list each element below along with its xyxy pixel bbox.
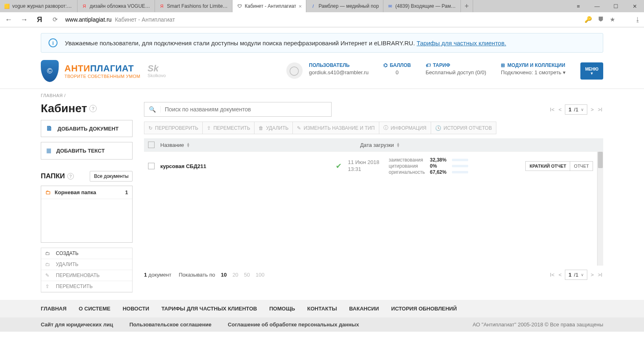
key-icon[interactable]: 🔑 xyxy=(584,16,592,23)
footer-privacy-link[interactable]: Соглашение об обработке персональных дан… xyxy=(228,321,359,328)
chevron-down-icon: ∨ xyxy=(581,107,584,112)
stat-modules[interactable]: ⊞МОДУЛИ И КОЛЛЕКЦИИ Подключено: 1 смотре… xyxy=(501,62,566,75)
page-last-icon[interactable]: >I xyxy=(597,106,603,113)
toolbar-history[interactable]: 🕓ИСТОРИЯ ОТЧЕТОВ xyxy=(431,122,496,134)
folder-move: ⇪ПЕРЕМЕСТИТЬ xyxy=(41,281,132,292)
report-button[interactable]: ОТЧЕТ xyxy=(570,161,593,171)
page-last-icon[interactable]: >I xyxy=(597,272,603,278)
folder-icon: 🗀 xyxy=(45,189,51,195)
toolbar-info[interactable]: ⓘИНФОРМАЦИЯ xyxy=(379,122,431,134)
page-first-icon[interactable]: I< xyxy=(549,106,555,113)
reload-icon[interactable]: ⟳ xyxy=(50,16,60,23)
toolbar-rename[interactable]: ✎ИЗМЕНИТЬ НАЗВАНИЕ И ТИП xyxy=(293,122,379,134)
table-row: курсовая СБД211 ✔ 11 Июн 2018 13:31 заим… xyxy=(144,152,597,180)
sort-icon[interactable]: ▲▼ xyxy=(186,142,190,147)
per-page-option[interactable]: 100 xyxy=(256,272,265,278)
address-bar[interactable]: www.antiplagiat.ru Кабинет - Антиплагиат xyxy=(65,16,580,23)
col-name[interactable]: Название xyxy=(160,142,184,148)
url-title: Кабинет - Антиплагиат xyxy=(115,16,175,23)
url-host: www.antiplagiat.ru xyxy=(65,16,112,23)
all-documents-button[interactable]: Все документы xyxy=(90,171,133,182)
notice-link[interactable]: Тарифы для частных клиентов. xyxy=(417,40,507,47)
doc-name[interactable]: курсовая СБД211 xyxy=(160,163,336,169)
document-plus-icon: 🗎 xyxy=(46,125,53,132)
move-icon: ⇪ xyxy=(45,284,52,289)
edit-icon: ✎ xyxy=(297,125,301,131)
footer-nav-link[interactable]: ГЛАВНАЯ xyxy=(41,306,66,312)
footer-nav-link[interactable]: НОВОСТИ xyxy=(123,306,149,312)
scrollbar[interactable] xyxy=(597,152,603,266)
window-minimize[interactable]: — xyxy=(588,0,606,12)
col-date[interactable]: Дата загрузки xyxy=(360,142,394,148)
yandex-home[interactable]: Я xyxy=(34,16,45,24)
help-icon[interactable]: ? xyxy=(67,173,74,180)
stat-user: ПОЛЬЗОВАТЕЛЬ gordiuk.s410@rambler.ru xyxy=(309,62,369,75)
footer-terms-link[interactable]: Пользовательское соглашение xyxy=(129,321,211,328)
per-page-option[interactable]: 10 xyxy=(221,272,226,278)
page-next-icon[interactable]: > xyxy=(590,272,595,278)
page-first-icon[interactable]: I< xyxy=(549,272,555,278)
breadcrumb[interactable]: ГЛАВНАЯ / xyxy=(41,93,603,98)
browser-tab[interactable]: 🟨vogue журнал разворот: 10 xyxy=(0,0,77,12)
browser-tab[interactable]: Ядизайн обложка VOGUE ре xyxy=(77,0,155,12)
add-text-button[interactable]: ≣ ДОБАВИТЬ ТЕКСТ xyxy=(41,142,133,160)
add-document-button[interactable]: 🗎 ДОБАВИТЬ ДОКУМЕНТ xyxy=(41,120,133,137)
notice-text: Уважаемые пользователи, для подключения … xyxy=(65,40,417,47)
row-checkbox[interactable] xyxy=(148,163,155,169)
trash-icon: 🗑 xyxy=(259,125,263,131)
pager-bottom: I< < 1/1∨ > >I xyxy=(549,270,603,280)
page-indicator[interactable]: 1/1∨ xyxy=(565,270,587,280)
folder-delete: 🗀УДАЛИТЬ xyxy=(41,259,132,270)
logo-tagline: ТВОРИТЕ СОБСТВЕННЫМ УМОМ xyxy=(64,74,140,79)
footer-nav-link[interactable]: ПОМОЩЬ xyxy=(269,306,295,312)
new-tab-button[interactable]: + xyxy=(461,0,473,12)
menu-button[interactable]: МЕНЮ▼ xyxy=(580,62,603,80)
page-prev-icon[interactable]: < xyxy=(558,106,563,113)
help-icon[interactable]: ? xyxy=(89,105,97,112)
folder-create[interactable]: 🗀СОЗДАТЬ xyxy=(41,248,132,259)
per-page-option[interactable]: 20 xyxy=(232,272,238,278)
page-indicator[interactable]: 1/1∨ xyxy=(565,104,587,115)
bookmark-star-icon[interactable]: ★ xyxy=(610,16,615,23)
logo[interactable]: © АНТИПЛАГИАТ ТВОРИТЕ СОБСТВЕННЫМ УМОМ S… xyxy=(41,60,166,82)
close-tab-icon[interactable]: × xyxy=(299,3,302,9)
shield-icon-small[interactable]: ⛊ xyxy=(598,16,604,23)
page-title: Кабинет? xyxy=(41,102,133,115)
check-circle-icon: ✔ xyxy=(336,162,348,171)
browser-tab[interactable]: ✉(4839) Входящие — Рамбле xyxy=(383,0,461,12)
toolbar-delete[interactable]: 🗑УДАЛИТЬ xyxy=(255,122,293,134)
doc-date: 11 Июн 2018 13:31 xyxy=(348,159,389,173)
window-close[interactable]: ✕ xyxy=(625,0,644,12)
footer-nav-link[interactable]: ВАКАНСИИ xyxy=(349,306,379,312)
toolbar-move[interactable]: ⇪ПЕРЕМЕСТИТЬ xyxy=(203,122,255,134)
search-input[interactable] xyxy=(161,106,331,113)
folder-root[interactable]: 🗀 Корневая папка 1 xyxy=(41,186,132,199)
page-next-icon[interactable]: > xyxy=(590,106,595,113)
nav-forward[interactable]: → xyxy=(19,16,29,24)
browser-tabs: 🟨vogue журнал разворот: 10Ядизайн обложк… xyxy=(0,0,644,12)
folders-heading: ПАПКИ xyxy=(41,172,65,180)
download-icon[interactable]: ⭳ xyxy=(635,16,641,23)
per-page: Показывать по 102050100 xyxy=(179,272,270,278)
footer-nav-link[interactable]: ИСТОРИЯ ОБНОВЛЕНИЙ xyxy=(391,306,457,312)
info-icon: ⓘ xyxy=(383,124,388,131)
sort-icon[interactable]: ▲▼ xyxy=(396,142,400,147)
footer-nav-link[interactable]: О СИСТЕМЕ xyxy=(79,306,111,312)
window-maximize[interactable]: ☐ xyxy=(606,0,625,12)
page-prev-icon[interactable]: < xyxy=(558,272,563,278)
logo-shield-icon: © xyxy=(41,60,59,82)
footer-nav-link[interactable]: КОНТАКТЫ xyxy=(307,306,337,312)
browser-tab[interactable]: 🛡Кабинет - Антиплагиат× xyxy=(232,0,306,12)
short-report-button[interactable]: КРАТКИЙ ОТЧЕТ xyxy=(525,161,570,171)
nav-back[interactable]: ← xyxy=(3,16,14,24)
search-icon[interactable]: 🔍 xyxy=(144,106,161,113)
hamburger-icon[interactable]: ≡ xyxy=(569,0,588,12)
footer-nav-link[interactable]: ТАРИФЫ ДЛЯ ЧАСТНЫХ КЛИЕНТОВ xyxy=(162,306,257,312)
per-page-option[interactable]: 50 xyxy=(244,272,250,278)
footer-biz-link[interactable]: Сайт для юридических лиц xyxy=(41,321,113,328)
browser-tab[interactable]: ЯSmart Fashions for Limited In xyxy=(155,0,232,12)
footer-nav: ГЛАВНАЯО СИСТЕМЕНОВОСТИТАРИФЫ ДЛЯ ЧАСТНЫ… xyxy=(0,300,644,317)
browser-tab[interactable]: /Рамблер — медийный пор xyxy=(306,0,383,12)
select-all-checkbox[interactable] xyxy=(148,142,155,148)
toolbar-recheck[interactable]: ↻ПЕРЕПРОВЕРИТЬ xyxy=(144,122,203,134)
